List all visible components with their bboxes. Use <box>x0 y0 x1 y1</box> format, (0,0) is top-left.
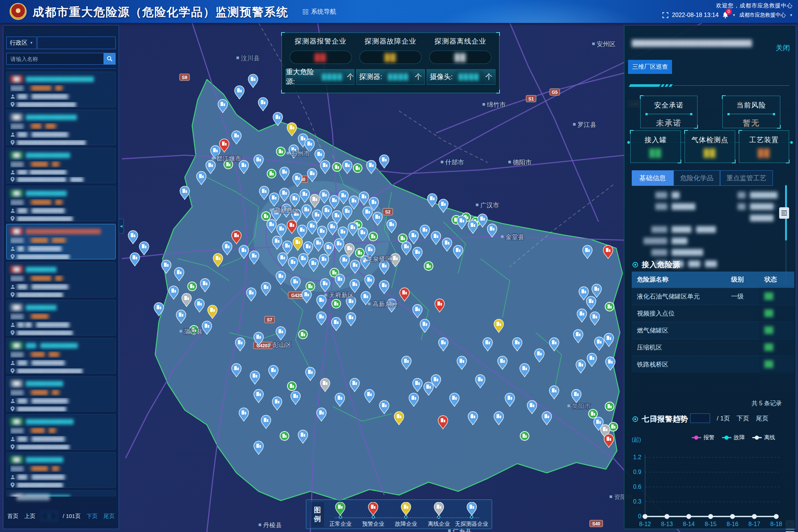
map-marker-g[interactable] <box>188 282 197 291</box>
map-marker-g[interactable] <box>369 232 378 241</box>
map-marker-g[interactable] <box>280 432 289 440</box>
map-marker-g[interactable] <box>605 302 614 311</box>
person-icon <box>10 94 15 99</box>
notification-bell-icon[interactable]: 0 <box>722 12 729 18</box>
table-row[interactable]: 液化石油气储罐区单元一级██ <box>632 288 794 305</box>
map-marker-g[interactable] <box>589 409 597 418</box>
map-marker-g[interactable] <box>287 382 296 391</box>
table-row[interactable]: 燃气储罐区██ <box>632 322 794 339</box>
map-marker-b[interactable] <box>235 86 244 99</box>
pager-last[interactable]: 尾页 <box>103 513 115 520</box>
map-marker-b[interactable] <box>180 186 190 200</box>
info-label <box>728 215 750 221</box>
app-logo <box>10 3 27 20</box>
road-badge: S9 <box>180 74 190 81</box>
page-title: 成都市重大危险源（危险化学品）监测预警系统 <box>33 4 289 20</box>
legend-item-无探测器企业[interactable]: 无探测器企业 <box>455 502 488 527</box>
table-row[interactable]: 压缩机区██ <box>632 339 794 356</box>
panel-expand-icon[interactable] <box>779 207 789 219</box>
map-marker-g[interactable] <box>262 212 270 221</box>
pager-first[interactable]: 首页 <box>7 513 18 520</box>
map-marker-b[interactable] <box>128 231 138 244</box>
detail-panel: ███████████████████████████ 关闭 三维厂区巡查 安全… <box>624 25 796 529</box>
company-card[interactable]: ████████████████████████████:【█████ - ██… <box>6 224 116 259</box>
table-row[interactable]: 铁路栈桥区██ <box>632 356 794 373</box>
sidebar-collapse-button[interactable]: ◀ <box>119 219 124 233</box>
chart-legend-离线[interactable]: 离线 <box>752 434 775 441</box>
contact-text: ███（███████████） <box>17 132 72 138</box>
legend-marker <box>722 436 732 440</box>
fullscreen-icon[interactable] <box>662 12 668 18</box>
type-value: 【█████ - ████】 <box>27 237 70 243</box>
chip-unit: 个 <box>347 72 354 82</box>
company-card[interactable]: █████ - ███████████████:【████ - ███】███（… <box>6 338 116 374</box>
company-card[interactable]: ███████████████:【██████ - ██】███（███████… <box>6 262 116 297</box>
svg-text:简阳市: 简阳市 <box>572 403 591 410</box>
legend-marker <box>752 436 762 440</box>
company-card[interactable]: █████████████████████:【███ - ███】███（███… <box>6 110 116 145</box>
pager-next[interactable]: 下页 <box>86 513 98 520</box>
company-card[interactable]: █████████████████:【█████ - ██】███（██████… <box>6 452 116 488</box>
tpager-last[interactable]: 尾页 <box>756 414 768 423</box>
map-marker-g[interactable] <box>267 169 276 178</box>
company-card[interactable]: ██████████████████████████:【██████ - ██】… <box>6 72 116 107</box>
legend-item-正常企业[interactable]: 正常企业 <box>324 502 357 527</box>
search-input[interactable] <box>6 53 104 65</box>
company-card[interactable]: █████████████████:【█████ - ██】███（██████… <box>6 376 116 412</box>
company-card[interactable]: ████████████████████:【████ - ██】███（████… <box>6 414 116 450</box>
svg-text:高新西区: 高新西区 <box>274 207 299 214</box>
location-icon <box>10 482 15 488</box>
map-marker-g[interactable] <box>332 299 341 308</box>
search-icon <box>107 56 113 62</box>
company-card[interactable]: ███████████████:【█████】██ ██（██████████）… <box>6 300 116 335</box>
map-marker-g[interactable] <box>355 248 364 257</box>
type-value: 【████ - ██】 <box>27 427 60 434</box>
info-label: ██████: <box>632 238 672 244</box>
legend-item-离线企业[interactable]: 离线企业 <box>422 502 455 527</box>
map-marker-b[interactable] <box>130 253 140 266</box>
pager-page-input[interactable]: 1 <box>41 512 57 521</box>
company-card[interactable]: ██████████████████:【██████ - ██】███（████… <box>6 186 116 221</box>
district-dropdown[interactable]: 行政区 ▼ <box>6 37 37 49</box>
map-marker-g[interactable] <box>424 262 433 270</box>
company-card[interactable]: ███████████████████:【█████ - ██】███ (███… <box>6 148 116 183</box>
map-marker-b[interactable] <box>139 242 149 255</box>
user-org-dropdown[interactable]: 成都市应急救援中心 <box>739 12 786 18</box>
close-button[interactable]: 关闭 <box>776 43 790 53</box>
user-caret-icon[interactable]: ▼ <box>790 13 793 17</box>
map-marker-g[interactable] <box>332 163 341 171</box>
info-value <box>672 215 728 221</box>
person-icon <box>10 246 15 251</box>
tpager-next[interactable]: 下页 <box>737 414 749 423</box>
type-label: ████: <box>10 200 25 205</box>
map-marker-b[interactable] <box>258 98 268 111</box>
patrol-3d-button[interactable]: 三维厂区巡查 <box>628 60 672 74</box>
legend-item-预警企业[interactable]: 预警企业 <box>357 502 390 527</box>
map-marker-g[interactable] <box>299 330 307 339</box>
info-scrollbar[interactable] <box>785 185 787 284</box>
notification-caret-icon[interactable]: ▼ <box>732 13 736 17</box>
map-marker-g[interactable] <box>353 164 362 173</box>
map-marker-b[interactable] <box>379 155 389 168</box>
chart-legend-故障[interactable]: 故障 <box>722 434 745 441</box>
svg-text:广汉市: 广汉市 <box>480 202 499 209</box>
tab-基础信息[interactable]: 基础信息 <box>632 170 673 186</box>
map-marker-g[interactable] <box>520 432 529 440</box>
tab-危险化学品[interactable]: 危险化学品 <box>673 170 720 186</box>
road-badge: G5 <box>550 89 560 95</box>
tpager-page-input[interactable] <box>690 413 710 423</box>
map-marker-g[interactable] <box>605 402 614 411</box>
chart-legend-报警[interactable]: 报警 <box>692 434 715 441</box>
info-value: ████ <box>672 238 728 244</box>
system-nav-menu[interactable]: 系统导航 <box>303 7 336 16</box>
district-value-box[interactable] <box>37 37 116 49</box>
table-row[interactable]: 视频接入点位██ <box>632 305 794 322</box>
location-icon <box>10 444 15 450</box>
contact-text: ███（███████████） <box>17 284 72 290</box>
map-marker-g[interactable] <box>276 147 285 156</box>
map-marker-b[interactable] <box>248 74 258 88</box>
tab-重点监管工艺[interactable]: 重点监管工艺 <box>720 170 773 186</box>
legend-item-故障企业[interactable]: 故障企业 <box>390 502 423 527</box>
pager-prev[interactable]: 上页 <box>24 513 35 520</box>
search-button[interactable] <box>104 53 116 65</box>
